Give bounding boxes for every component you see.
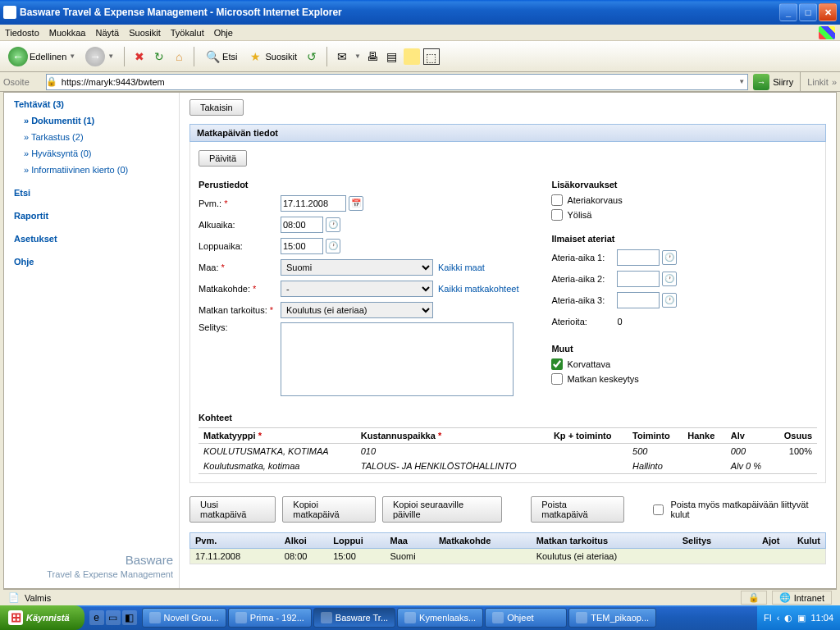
history-icon[interactable]: ↺ bbox=[304, 48, 320, 65]
edit-icon[interactable]: ▤ bbox=[384, 48, 400, 65]
task-tem[interactable]: TEM_pikaop... bbox=[568, 608, 656, 628]
back-btn[interactable]: Takaisin bbox=[189, 99, 244, 116]
sidebar-raportit[interactable]: Raportit bbox=[4, 208, 179, 224]
status-bar: 📄 Valmis 🔒 🌐Intranet bbox=[3, 589, 837, 605]
menu-nayta[interactable]: Näytä bbox=[95, 28, 119, 38]
lang-indicator[interactable]: FI bbox=[764, 613, 772, 623]
alku-field[interactable] bbox=[281, 217, 323, 233]
table-row[interactable]: Koulutusmatka, kotimaa TALOUS- JA HENKIL… bbox=[199, 459, 817, 474]
start-button[interactable]: Käynnistä bbox=[0, 605, 84, 630]
yolisa-checkbox[interactable] bbox=[551, 209, 563, 221]
go-button[interactable]: → bbox=[753, 74, 769, 90]
sidebar-hyvaksynta[interactable]: » Hyväksyntä (0) bbox=[4, 145, 179, 162]
minimize-button[interactable]: _ bbox=[779, 3, 797, 21]
close-button[interactable]: ✕ bbox=[819, 3, 837, 21]
links-label[interactable]: Linkit bbox=[807, 77, 829, 87]
clock[interactable]: 11:04 bbox=[810, 613, 833, 623]
sidebar-dokumentit[interactable]: » Dokumentit (1) bbox=[4, 112, 179, 129]
yolisa-label: Yölisä bbox=[567, 210, 591, 220]
days-row[interactable]: 17.11.2008 08:00 15:00 Suomi Koulutus (e… bbox=[189, 549, 826, 564]
ql-desktop-icon[interactable]: ▭ bbox=[106, 610, 121, 625]
favorites-button[interactable]: ★Suosikit bbox=[244, 47, 300, 66]
home-icon[interactable]: ⌂ bbox=[171, 48, 187, 65]
menu-ohje[interactable]: Ohje bbox=[214, 28, 233, 38]
loppu-field[interactable] bbox=[281, 238, 323, 254]
sidebar-etsi[interactable]: Etsi bbox=[4, 185, 179, 201]
sidebar-asetukset[interactable]: Asetukset bbox=[4, 231, 179, 247]
search-button[interactable]: 🔍Etsi bbox=[201, 47, 240, 66]
uusi-button[interactable]: Uusi matkapäivä bbox=[189, 496, 276, 523]
search-icon: 🔍 bbox=[204, 48, 221, 65]
tray-arrow-icon[interactable]: ‹ bbox=[777, 613, 780, 623]
ql-app-icon[interactable]: ◧ bbox=[122, 610, 137, 625]
forward-button[interactable]: →▼ bbox=[82, 45, 117, 68]
panel-header: Matkapäivän tiedot bbox=[189, 124, 826, 142]
a2-field[interactable] bbox=[617, 271, 660, 287]
maa-select[interactable]: Suomi bbox=[281, 259, 433, 276]
maa-link[interactable]: Kaikki maat bbox=[438, 262, 485, 272]
kohde-select[interactable]: - bbox=[281, 281, 433, 297]
task-kymen[interactable]: Kymenlaaks... bbox=[397, 608, 483, 628]
back-button[interactable]: ←Edellinen▼ bbox=[5, 45, 79, 68]
sidebar-tarkastus[interactable]: » Tarkastus (2) bbox=[4, 129, 179, 145]
loppu-label: Loppuaika: bbox=[199, 241, 281, 251]
menu-muokkaa[interactable]: Muokkaa bbox=[49, 28, 86, 38]
note-icon[interactable] bbox=[404, 48, 420, 65]
kohde-link[interactable]: Kaikki matkakohteet bbox=[438, 284, 518, 294]
sidebar-tehtavat[interactable]: Tehtävät (3) bbox=[4, 96, 179, 112]
korv-checkbox[interactable] bbox=[551, 358, 563, 370]
tark-select[interactable]: Koulutus (ei ateriaa) bbox=[281, 302, 433, 318]
print-icon[interactable]: 🖶 bbox=[364, 48, 381, 65]
address-input[interactable] bbox=[46, 74, 748, 90]
sidebar-ohje[interactable]: Ohje bbox=[4, 253, 179, 270]
selitys-field[interactable] bbox=[281, 322, 514, 396]
ql-ie-icon[interactable]: e bbox=[89, 610, 104, 625]
calendar-icon[interactable]: 📅 bbox=[349, 196, 363, 211]
app-icon bbox=[149, 612, 161, 623]
menu-tyokalut[interactable]: Työkalut bbox=[171, 28, 204, 38]
mail-icon[interactable]: ✉ bbox=[334, 48, 350, 65]
clock-icon[interactable]: 🕐 bbox=[662, 250, 677, 265]
clock-icon[interactable]: 🕐 bbox=[662, 272, 677, 286]
count-value: 0 bbox=[617, 317, 622, 326]
address-dropdown-icon[interactable]: ▼ bbox=[738, 78, 745, 85]
tray-icon[interactable]: ▣ bbox=[797, 613, 806, 623]
window-title: Basware Travel & Expense Management - Mi… bbox=[20, 7, 779, 18]
tray-icon[interactable]: ◐ bbox=[784, 613, 792, 623]
table-row[interactable]: KOULUTUSMATKA, KOTIMAA 010 500 000 100% bbox=[199, 444, 817, 459]
task-basware[interactable]: Basware Tr... bbox=[313, 608, 395, 628]
sidebar-informatiivinen[interactable]: » Informatiivinen kierto (0) bbox=[4, 162, 179, 178]
menu-suosikit[interactable]: Suosikit bbox=[129, 28, 161, 38]
th-toiminto: Toiminto bbox=[628, 428, 682, 444]
action-row: Uusi matkapäivä Kopioi matkapäivä Kopioi… bbox=[189, 496, 826, 523]
kopioi-button[interactable]: Kopioi matkapäivä bbox=[282, 496, 376, 523]
basic-title: Perustiedot bbox=[199, 180, 518, 189]
kohteet-title: Kohteet bbox=[199, 413, 817, 422]
th-kptoiminto: Kp + toiminto bbox=[549, 428, 628, 444]
task-novell[interactable]: Novell Grou... bbox=[142, 608, 226, 628]
task-prima[interactable]: Prima - 192... bbox=[228, 608, 312, 628]
poista-chk[interactable] bbox=[653, 504, 664, 515]
maximize-button[interactable]: □ bbox=[799, 3, 817, 21]
app-icon bbox=[492, 612, 504, 623]
lock-icon: 🔒 bbox=[748, 592, 760, 603]
th-matkatyyppi: Matkatyyppi bbox=[199, 428, 356, 444]
task-ohjeet[interactable]: Ohjeet bbox=[485, 608, 567, 628]
pvm-field[interactable] bbox=[281, 195, 346, 212]
clock-icon[interactable]: 🕐 bbox=[326, 217, 340, 232]
menu-tiedosto[interactable]: Tiedosto bbox=[5, 28, 39, 38]
clock-icon[interactable]: 🕐 bbox=[326, 239, 340, 253]
a3-field[interactable] bbox=[617, 292, 660, 308]
kopioi-seur-button[interactable]: Kopioi seuraaville päiville bbox=[382, 496, 502, 523]
app-icon bbox=[3, 6, 16, 19]
a1-field[interactable] bbox=[617, 249, 660, 266]
refresh-icon[interactable]: ↻ bbox=[151, 48, 167, 65]
stop-icon[interactable]: ✖ bbox=[131, 48, 148, 65]
pvm-label: Pvm.: bbox=[199, 199, 281, 208]
ateria-checkbox[interactable] bbox=[551, 194, 563, 206]
update-button[interactable]: Päivitä bbox=[199, 150, 247, 167]
clock-icon[interactable]: 🕐 bbox=[662, 293, 677, 308]
tool-icon[interactable]: ⬚ bbox=[423, 48, 440, 65]
poista-button[interactable]: Poista matkapäivä bbox=[531, 496, 624, 523]
kesk-checkbox[interactable] bbox=[551, 373, 563, 385]
